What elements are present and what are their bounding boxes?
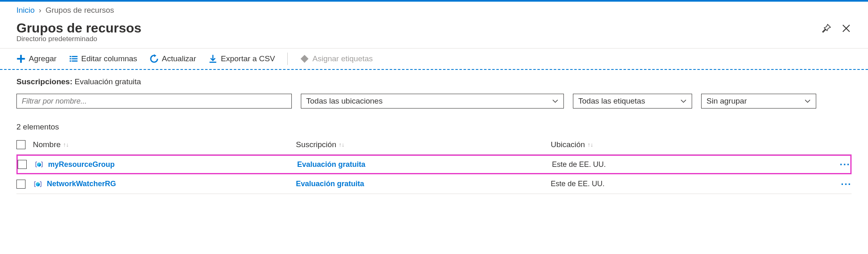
resource-group-name-link[interactable]: myResourceGroup <box>48 160 115 169</box>
column-subscription-label: Suscripción <box>296 140 336 149</box>
locations-dropdown[interactable]: Todas las ubicaciones <box>301 94 564 109</box>
filter-row: Todas las ubicaciones Todas las etiqueta… <box>0 86 868 109</box>
svg-rect-5 <box>72 60 77 62</box>
chevron-down-icon <box>804 98 811 104</box>
table-row: NetworkWatcherRGEvaluación gratuitaEste … <box>16 174 852 194</box>
table-header: Nombre ↑↓ Suscripción ↑↓ Ubicación ↑↓ <box>16 135 852 155</box>
table-row: myResourceGroupEvaluación gratuitaEste d… <box>16 155 852 174</box>
sort-icon: ↑↓ <box>63 141 69 148</box>
tag-icon <box>300 54 309 63</box>
subscriptions-label: Suscripciones: <box>16 77 72 86</box>
svg-rect-1 <box>72 56 77 57</box>
svg-rect-4 <box>69 60 71 62</box>
subscriptions-value: Evaluación gratuita <box>75 77 141 86</box>
resource-group-name-link[interactable]: NetworkWatcherRG <box>47 180 116 188</box>
refresh-icon <box>150 54 159 63</box>
page-title: Grupos de recursos <box>16 21 821 36</box>
subscriptions-row: Suscripciones: Evaluación gratuita <box>0 70 868 86</box>
pin-button[interactable] <box>821 23 832 34</box>
item-count: 2 elementos <box>0 109 868 135</box>
download-icon <box>208 54 217 63</box>
breadcrumb-separator: › <box>39 6 41 15</box>
edit-columns-button[interactable]: Editar columnas <box>69 54 137 63</box>
page-subtitle: Directorio predeterminado <box>16 35 821 43</box>
export-csv-label: Exportar a CSV <box>221 54 275 63</box>
close-button[interactable] <box>841 23 852 34</box>
plus-icon <box>16 54 25 63</box>
refresh-button[interactable]: Actualizar <box>150 54 196 63</box>
resource-group-table: Nombre ↑↓ Suscripción ↑↓ Ubicación ↑↓ my… <box>0 135 868 194</box>
subscription-link[interactable]: Evaluación gratuita <box>296 180 364 188</box>
row-checkbox[interactable] <box>16 180 25 189</box>
svg-rect-3 <box>72 58 77 60</box>
svg-rect-2 <box>69 58 71 60</box>
edit-columns-label: Editar columnas <box>81 54 137 63</box>
export-csv-button[interactable]: Exportar a CSV <box>208 54 275 63</box>
command-bar: Agregar Editar columnas Actualizar Expor… <box>0 48 868 70</box>
column-name-label: Nombre <box>33 140 61 149</box>
column-header-subscription[interactable]: Suscripción ↑↓ <box>296 140 344 149</box>
column-location-label: Ubicación <box>551 140 585 149</box>
column-header-location[interactable]: Ubicación ↑↓ <box>551 140 593 149</box>
location-text: Este de EE. UU. <box>552 160 606 169</box>
pin-icon <box>822 24 831 33</box>
breadcrumb-home-link[interactable]: Inicio <box>16 6 35 15</box>
blade-header: Grupos de recursos Directorio predetermi… <box>0 18 868 45</box>
name-filter-input[interactable] <box>16 94 292 109</box>
column-header-name[interactable]: Nombre ↑↓ <box>33 140 69 149</box>
assign-tags-button: Asignar etiquetas <box>300 54 373 63</box>
assign-tags-label: Asignar etiquetas <box>312 54 373 63</box>
row-more-button[interactable]: ··· <box>840 159 850 170</box>
columns-icon <box>69 54 78 63</box>
subscription-link[interactable]: Evaluación gratuita <box>297 160 365 169</box>
resource-group-icon <box>34 159 44 169</box>
tags-value: Todas las etiquetas <box>578 97 645 106</box>
sort-icon: ↑↓ <box>587 141 593 148</box>
chevron-down-icon <box>552 98 559 104</box>
location-text: Este de EE. UU. <box>551 180 605 188</box>
toolbar-divider <box>287 53 288 65</box>
close-icon <box>842 24 851 33</box>
group-dropdown[interactable]: Sin agrupar <box>701 94 816 109</box>
sort-icon: ↑↓ <box>339 141 344 148</box>
tags-dropdown[interactable]: Todas las etiquetas <box>573 94 692 109</box>
row-checkbox[interactable] <box>18 160 27 169</box>
add-label: Agregar <box>29 54 57 63</box>
chevron-down-icon <box>680 98 687 104</box>
breadcrumb: Inicio › Grupos de recursos <box>0 2 868 18</box>
resource-group-icon <box>33 179 43 189</box>
breadcrumb-current: Grupos de recursos <box>46 6 114 15</box>
group-value: Sin agrupar <box>706 97 747 106</box>
row-more-button[interactable]: ··· <box>841 178 852 190</box>
select-all-checkbox[interactable] <box>16 140 25 149</box>
add-button[interactable]: Agregar <box>16 54 57 63</box>
locations-value: Todas las ubicaciones <box>306 97 383 106</box>
refresh-label: Actualizar <box>162 54 196 63</box>
svg-rect-0 <box>69 56 71 57</box>
